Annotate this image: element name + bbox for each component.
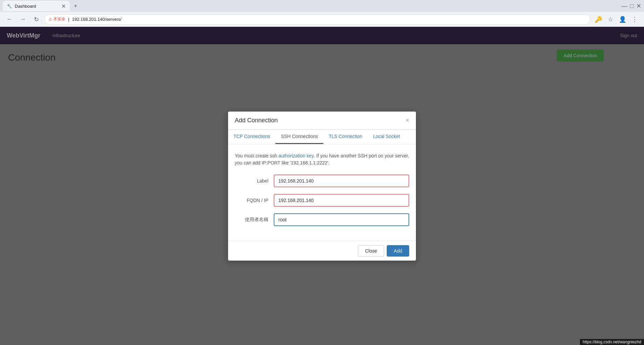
back-button[interactable]: ← bbox=[4, 14, 15, 25]
toolbar-actions: 🔑 ☆ 👤 ⋮ bbox=[593, 14, 640, 25]
tab-favicon: 🔧 bbox=[7, 4, 12, 9]
browser-titlebar: 🔧 Dashboard ✕ + — □ ✕ bbox=[0, 0, 644, 12]
fqdn-field-label: FQDN / IP bbox=[235, 198, 268, 203]
tab-ssh-connections[interactable]: SSH Connections bbox=[275, 130, 323, 144]
modal-header: Add Connection × bbox=[228, 112, 416, 130]
label-field-label: Label bbox=[235, 178, 268, 184]
authorization-key-link[interactable]: authorization key bbox=[278, 153, 314, 158]
new-tab-button[interactable]: + bbox=[71, 1, 80, 11]
modal-close-button[interactable]: × bbox=[406, 117, 409, 124]
label-form-group: Label bbox=[235, 175, 409, 187]
tab-tls-connection[interactable]: TLS Connection bbox=[323, 130, 368, 144]
label-input[interactable] bbox=[274, 175, 409, 187]
username-field-label: 使用者名稱 bbox=[235, 217, 268, 223]
browser-chrome: 🔧 Dashboard ✕ + — □ ✕ ← → ↻ ⚠ 不安全 | 192.… bbox=[0, 0, 644, 27]
modal-title: Add Connection bbox=[235, 117, 278, 124]
close-window-button[interactable]: ✕ bbox=[636, 2, 641, 10]
page-background: WebVirtMgr Infrastructure Sign out Conne… bbox=[0, 27, 644, 345]
close-button[interactable]: Close bbox=[358, 245, 384, 257]
bookmark-icon[interactable]: ☆ bbox=[605, 14, 616, 25]
forward-button[interactable]: → bbox=[17, 14, 28, 25]
modal-info-text: You must create ssh authorization key. I… bbox=[235, 152, 409, 166]
more-menu-icon[interactable]: ⋮ bbox=[629, 14, 640, 25]
tab-close-button[interactable]: ✕ bbox=[61, 3, 66, 9]
status-bar: https://blog.csdn.net/wangniezhd bbox=[580, 339, 644, 345]
fqdn-form-group: FQDN / IP bbox=[235, 194, 409, 207]
tab-local-socket[interactable]: Local Socket bbox=[368, 130, 405, 144]
maximize-button[interactable]: □ bbox=[630, 3, 634, 10]
minimize-button[interactable]: — bbox=[621, 3, 627, 10]
address-bar[interactable]: ⚠ 不安全 | 192.168.201.140/servers/ bbox=[44, 14, 590, 25]
info-text-before-link: You must create ssh bbox=[235, 153, 278, 158]
account-icon[interactable]: 👤 bbox=[617, 14, 628, 25]
browser-toolbar: ← → ↻ ⚠ 不安全 | 192.168.201.140/servers/ 🔑… bbox=[0, 12, 644, 27]
security-warning: ⚠ 不安全 bbox=[49, 16, 65, 22]
username-input[interactable] bbox=[274, 213, 409, 226]
browser-tab[interactable]: 🔧 Dashboard ✕ bbox=[3, 1, 70, 11]
address-separator: | bbox=[68, 17, 69, 22]
modal-dialog: Add Connection × TCP Connections SSH Con… bbox=[228, 112, 416, 261]
add-button[interactable]: Add bbox=[387, 245, 409, 257]
reload-button[interactable]: ↻ bbox=[31, 14, 42, 25]
modal-tabs: TCP Connections SSH Connections TLS Conn… bbox=[228, 130, 416, 144]
username-form-group: 使用者名稱 bbox=[235, 213, 409, 226]
fqdn-input[interactable] bbox=[274, 194, 409, 207]
url-text: 192.168.201.140/servers/ bbox=[72, 17, 121, 22]
modal-overlay: Add Connection × TCP Connections SSH Con… bbox=[0, 27, 644, 345]
tab-title: Dashboard bbox=[15, 4, 36, 9]
modal-body: You must create ssh authorization key. I… bbox=[228, 144, 416, 241]
status-url: https://blog.csdn.net/wangniezhd bbox=[583, 340, 641, 344]
window-controls: — □ ✕ bbox=[621, 2, 641, 10]
tab-tcp-connections[interactable]: TCP Connections bbox=[228, 130, 275, 144]
key-icon[interactable]: 🔑 bbox=[593, 14, 604, 25]
modal-footer: Close Add bbox=[228, 241, 416, 261]
